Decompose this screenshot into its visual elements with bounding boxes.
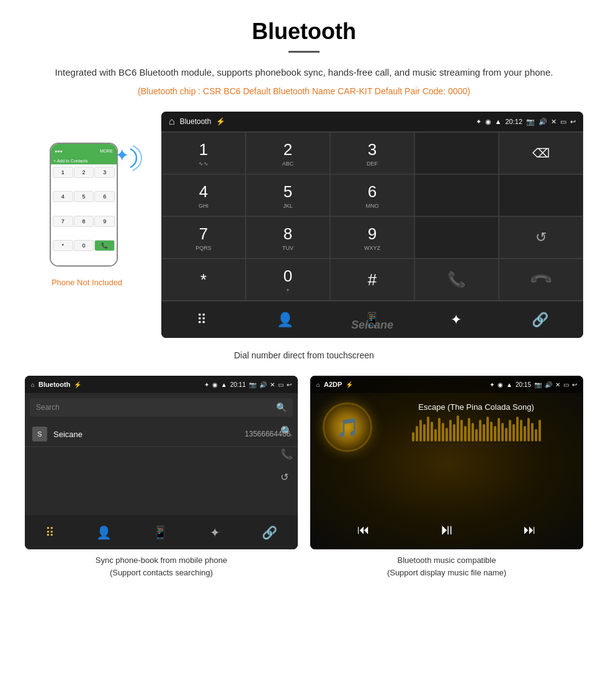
phonebook-screen: ⌂ Bluetooth ⚡ ✦ ◉ ▲ 20:11 📷 🔊 ✕ ▭ ↩: [25, 376, 298, 549]
eq-bar: [498, 418, 500, 441]
page-wrapper: Bluetooth Integrated with BC6 Bluetooth …: [0, 0, 608, 603]
music-screen: ⌂ A2DP ⚡ ✦ ◉ ▲ 20:15 📷 🔊 ✕ ▭ ↩: [310, 376, 583, 549]
dial-key-star[interactable]: *: [161, 259, 246, 301]
dial-key-1[interactable]: 1 ∿∿: [161, 132, 246, 174]
pb-vol-icon: 🔊: [259, 381, 267, 388]
eq-bar: [423, 424, 426, 441]
phone-key-call[interactable]: 📞: [94, 240, 115, 251]
music-loc-icon: ◉: [498, 381, 503, 388]
dial-key-7[interactable]: 7 PQRS: [161, 216, 246, 259]
dial-key-backspace[interactable]: ⌫: [499, 132, 583, 174]
pb-side-call-icon[interactable]: 📞: [280, 448, 293, 460]
usb-icon: ⚡: [216, 117, 225, 126]
pb-home-icon[interactable]: ⌂: [31, 381, 35, 388]
phone-not-included-label: Phone Not Included: [51, 278, 122, 287]
music-controls: ⏮ ⏯ ⏭: [310, 516, 583, 543]
music-home-icon[interactable]: ⌂: [316, 381, 320, 388]
phone-key-3[interactable]: 3: [94, 167, 115, 178]
pb-bt-icon: ✦: [204, 381, 209, 388]
back-icon[interactable]: ↩: [570, 118, 576, 126]
dial-screen: ⌂ Bluetooth ⚡ ✦ ◉ ▲ 20:12 📷 🔊 ✕ ▭ ↩: [161, 112, 583, 338]
pb-link-bottom-icon[interactable]: 🔗: [262, 525, 277, 540]
music-info: Escape (The Pina Colada Song): [382, 402, 571, 446]
signal-icon: ▲: [495, 118, 502, 125]
eq-bar: [490, 422, 493, 441]
pb-contacts-icon[interactable]: 👤: [96, 525, 112, 540]
music-usb-icon: ⚡: [346, 381, 353, 388]
dial-key-hash[interactable]: #: [330, 259, 414, 301]
phone-key-4[interactable]: 4: [53, 191, 73, 202]
dial-key-call-red[interactable]: 📞: [499, 259, 583, 301]
dial-key-5[interactable]: 5 JKL: [246, 174, 330, 216]
eq-bar: [483, 424, 485, 441]
next-track-button[interactable]: ⏭: [524, 523, 536, 537]
pb-phone-icon[interactable]: 📱: [153, 525, 168, 540]
pb-close-icon[interactable]: ✕: [270, 381, 275, 388]
eq-bar: [427, 417, 429, 441]
dial-key-call-green[interactable]: 📞: [414, 259, 499, 301]
pb-grid-icon[interactable]: ⠿: [45, 525, 55, 540]
eq-bar: [464, 426, 467, 441]
refresh-icon: ↺: [535, 229, 547, 246]
dialpad-icon[interactable]: ⠿: [197, 312, 207, 328]
contacts-icon[interactable]: 👤: [277, 312, 293, 328]
pb-title: Bluetooth: [38, 381, 70, 388]
main-caption: Dial number direct from touchscreen: [25, 350, 583, 360]
eq-bar: [416, 426, 418, 441]
link-icon[interactable]: 🔗: [532, 312, 548, 328]
description: Integrated with BC6 Bluetooth module, su…: [25, 65, 583, 80]
status-right: ✦ ◉ ▲ 20:12 📷 🔊 ✕ ▭ ↩: [476, 118, 576, 126]
phone-key-5[interactable]: 5: [74, 191, 94, 202]
window-icon[interactable]: ▭: [560, 118, 566, 126]
pb-back-icon[interactable]: ↩: [287, 381, 292, 388]
phone-key-0[interactable]: 0: [74, 240, 94, 251]
pb-time: 20:11: [230, 381, 246, 388]
eq-bar: [419, 420, 422, 441]
music-back-icon[interactable]: ↩: [572, 381, 577, 388]
dial-key-refresh[interactable]: ↺: [499, 216, 583, 259]
phone-key-star[interactable]: *: [53, 240, 73, 251]
pb-search-bar[interactable]: Search 🔍: [30, 398, 293, 417]
pb-caption: Sync phone-book from mobile phone(Suppor…: [25, 554, 298, 578]
eq-bar: [453, 424, 455, 441]
pb-signal-icon: ▲: [221, 381, 227, 388]
eq-bar: [475, 429, 478, 441]
phone-key-7[interactable]: 7: [53, 216, 73, 227]
close-icon[interactable]: ✕: [551, 118, 557, 126]
music-cam-icon: 📷: [534, 381, 542, 388]
pb-side-refresh-icon[interactable]: ↺: [280, 471, 293, 483]
dial-key-3[interactable]: 3 DEF: [330, 132, 414, 174]
phone-key-2[interactable]: 2: [74, 167, 94, 178]
pb-status-bar: ⌂ Bluetooth ⚡ ✦ ◉ ▲ 20:11 📷 🔊 ✕ ▭ ↩: [25, 376, 298, 393]
home-icon[interactable]: ⌂: [169, 116, 175, 127]
music-close-icon[interactable]: ✕: [555, 381, 560, 388]
play-pause-button[interactable]: ⏯: [439, 521, 454, 538]
pb-bt-bottom-icon[interactable]: ✦: [210, 525, 220, 540]
dial-key-empty-4: [414, 216, 499, 259]
phone-key-6[interactable]: 6: [94, 191, 115, 202]
bluetooth-icon[interactable]: ✦: [450, 312, 462, 328]
phone-icon[interactable]: 📱: [364, 312, 380, 328]
dial-key-0[interactable]: 0 +: [246, 259, 330, 301]
dial-key-2[interactable]: 2 ABC: [246, 132, 330, 174]
music-eq: [382, 417, 571, 441]
phone-key-8[interactable]: 8: [74, 216, 94, 227]
pb-usb-icon: ⚡: [74, 381, 81, 388]
dial-key-8[interactable]: 8 TUV: [246, 216, 330, 259]
prev-track-button[interactable]: ⏮: [357, 523, 370, 537]
search-icon: 🔍: [276, 402, 287, 412]
pb-side-search-icon[interactable]: 🔍: [280, 425, 293, 437]
dial-key-6[interactable]: 6 MNO: [330, 174, 414, 216]
music-win-icon[interactable]: ▭: [563, 381, 569, 388]
pb-win-icon[interactable]: ▭: [278, 381, 284, 388]
eq-bar: [509, 420, 511, 441]
phone-key-9[interactable]: 9: [94, 216, 115, 227]
music-song-title: Escape (The Pina Colada Song): [382, 402, 571, 412]
eq-bar: [505, 428, 507, 441]
dial-key-9[interactable]: 9 WXYZ: [330, 216, 414, 259]
phone-key-1[interactable]: 1: [53, 167, 73, 178]
music-album-art: 🎵: [323, 402, 372, 452]
location-icon: ◉: [485, 118, 491, 126]
dial-key-4[interactable]: 4 GHI: [161, 174, 246, 216]
pb-bottom-bar: ⠿ 👤 📱 ✦ 🔗: [25, 515, 298, 549]
